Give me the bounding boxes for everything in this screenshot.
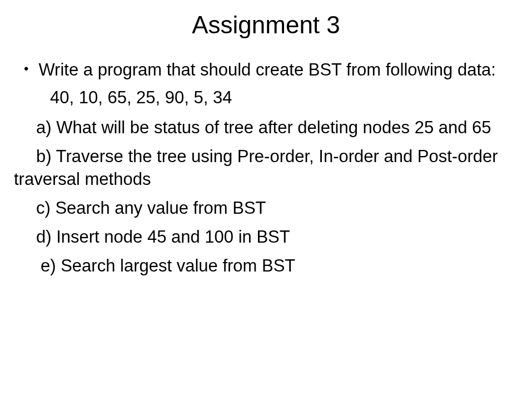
data-values-text: 40, 10, 65, 25, 90, 5, 34 [50, 86, 518, 109]
item-b: b) Traverse the tree using Pre-order, In… [14, 145, 518, 192]
item-e: e) Search largest value from BST [41, 254, 518, 278]
item-d: d) Insert node 45 and 100 in BST [36, 225, 518, 249]
slide-content: • Write a program that should create BST… [14, 58, 518, 278]
item-a-text: a) What will be status of tree after del… [14, 116, 518, 139]
bullet-item: • Write a program that should create BST… [14, 58, 518, 82]
main-prompt-text: Write a program that should create BST f… [38, 58, 518, 82]
bullet-marker: • [24, 58, 28, 79]
item-b-text: b) Traverse the tree using Pre-order, In… [14, 145, 518, 192]
item-a: a) What will be status of tree after del… [14, 116, 518, 139]
slide-title: Assignment 3 [14, 11, 518, 39]
item-c: c) Search any value from BST [36, 197, 518, 220]
